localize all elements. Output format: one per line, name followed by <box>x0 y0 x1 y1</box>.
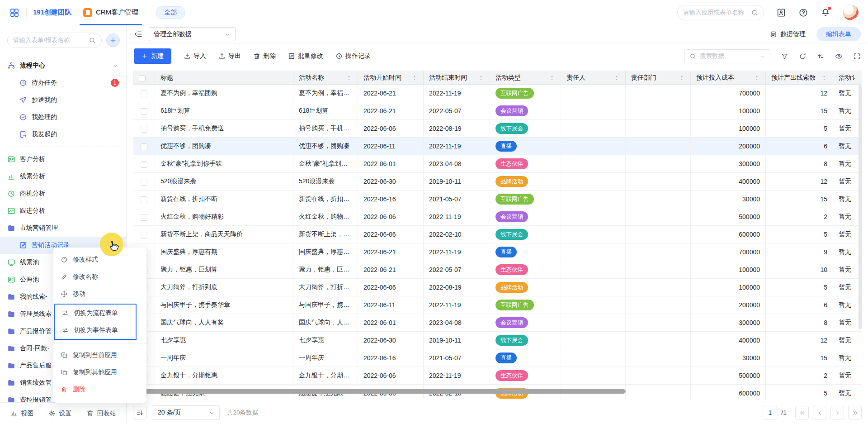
help-icon[interactable] <box>798 8 808 18</box>
table-row[interactable]: 618巨划算618巨划算2022-06-212022-05-07会议营销1000… <box>133 102 862 120</box>
column-header[interactable]: 责任部门 <box>626 71 691 85</box>
row-checkbox[interactable] <box>141 214 147 221</box>
sort-caret-icon[interactable] <box>821 75 827 81</box>
sort-caret-icon[interactable] <box>679 75 685 81</box>
sort-caret-icon[interactable] <box>549 75 555 81</box>
sidebar-item[interactable]: 跟进分析 <box>0 202 126 219</box>
table-row[interactable]: 七夕享惠七夕享惠2022-06-302019-10-11线下展会40000012… <box>133 332 862 349</box>
menu-item[interactable]: 复制到其他应用 <box>53 364 146 381</box>
column-header[interactable]: 活动名称 <box>293 71 358 85</box>
menu-item[interactable]: 删除 <box>53 381 146 398</box>
row-checkbox[interactable] <box>141 161 147 168</box>
table-row[interactable]: 火红金秋，购物好精彩火红金秋，购物好精彩2022-06-062022-11-19… <box>133 208 862 226</box>
table-row[interactable]: 一周年庆一周年庆2022-06-162021-05-07直播3000015暂无 <box>133 349 862 367</box>
collapse-sidebar-icon[interactable] <box>134 30 142 38</box>
apps-grid-icon[interactable] <box>9 7 20 18</box>
sidebar-item[interactable]: 商机分析 <box>0 185 126 202</box>
select-all-checkbox[interactable] <box>139 75 146 82</box>
row-checkbox[interactable] <box>141 143 147 150</box>
row-checkbox[interactable] <box>141 91 147 97</box>
data-manage-button[interactable]: 数据管理 <box>770 30 806 38</box>
menu-item[interactable]: 复制到当前应用 <box>53 347 146 364</box>
sidebar-item[interactable]: 抄送我的 <box>0 91 126 109</box>
page-size-select[interactable]: 20 条/页 <box>152 405 220 420</box>
table-row[interactable]: 聚力，钜惠，巨划算聚力，钜惠，巨划算2022-06-212022-05-07生态… <box>133 261 862 279</box>
notifications-bell-icon[interactable] <box>821 8 830 18</box>
row-checkbox[interactable] <box>141 179 147 186</box>
sidebar-item[interactable]: 线索分析 <box>0 168 126 185</box>
column-header[interactable]: 责任人 <box>561 71 626 85</box>
sidebar-footer-bars[interactable]: 视图 <box>10 410 33 418</box>
sort-caret-icon[interactable] <box>411 75 418 81</box>
vertical-scrollbar[interactable] <box>859 85 862 329</box>
table-row[interactable]: 抽号购买，手机免费送抽号购买，手机免费送2022-06-062022-08-19… <box>133 120 862 138</box>
menu-item[interactable]: 修改名称 <box>53 268 146 286</box>
sidebar-item[interactable]: 待办任务 1 <box>0 74 126 91</box>
table-row[interactable]: 金九银十，分期钜惠金九银十，分期钜惠2022-06-062022-11-19生态… <box>133 367 862 385</box>
table-search-input[interactable]: 搜索数据 <box>684 49 770 63</box>
current-page-input[interactable]: 1 <box>763 406 777 419</box>
sidebar-item[interactable]: 流程中心 <box>0 57 126 74</box>
row-checkbox[interactable] <box>141 196 147 203</box>
table-row[interactable]: 金秋"豪"礼拿到你手软金秋"豪"礼拿到你手软2022-06-012023-04-… <box>133 155 862 173</box>
table-row[interactable]: 新货在线，折扣不断新货在线，折扣不断2022-06-162021-05-07互联… <box>133 191 862 208</box>
menu-item[interactable]: 切换为流程表单 <box>55 305 136 322</box>
column-header[interactable]: 活动类型 <box>490 71 561 85</box>
sort-caret-icon[interactable] <box>754 75 760 81</box>
fullscreen-icon[interactable] <box>853 52 861 60</box>
team-name-link[interactable]: 191创建团队 <box>33 8 71 17</box>
last-page-button[interactable] <box>848 406 862 419</box>
add-form-button[interactable] <box>106 33 120 47</box>
column-header[interactable]: 活动开始时间 <box>358 71 424 85</box>
batch-edit-button[interactable]: 批量修改 <box>288 52 323 60</box>
data-scope-select[interactable]: 管理全部数据 <box>149 27 236 41</box>
table-row[interactable]: 优惠不够，团购凑优惠不够，团购凑2022-06-112022-11-19直播20… <box>133 138 862 155</box>
contacts-icon[interactable] <box>776 8 786 18</box>
menu-item[interactable]: 切换为事件表单 <box>55 322 136 339</box>
row-checkbox[interactable] <box>141 108 147 115</box>
first-page-button[interactable] <box>795 406 809 419</box>
sort-caret-icon[interactable] <box>613 75 620 81</box>
sort-caret-icon[interactable] <box>478 75 484 81</box>
table-row[interactable]: 大刀阔斧，打折到底大刀阔斧，打折到底2022-06-062022-08-19品牌… <box>133 279 862 296</box>
row-checkbox[interactable] <box>141 232 147 238</box>
global-search-input[interactable]: 请输入应用或表单名称 <box>677 5 764 20</box>
action-log-button[interactable]: 操作记录 <box>335 52 371 60</box>
export-button[interactable]: 导出 <box>218 52 241 60</box>
prev-page-button[interactable] <box>813 406 826 419</box>
filter-funnel-icon[interactable] <box>781 52 788 60</box>
refresh-icon[interactable] <box>799 52 807 60</box>
table-row[interactable]: 与国庆甲子，携手奏华章与国庆甲子，携手奏...2022-06-112022-11… <box>133 296 862 314</box>
form-search-input[interactable]: 请输入表单/报表名称 <box>7 33 102 48</box>
column-header[interactable]: 预计投入成本 <box>691 71 766 85</box>
table-row[interactable]: 520浪漫来袭520浪漫来袭2022-06-302019-10-11品牌活动40… <box>133 173 862 191</box>
sidebar-item[interactable]: 我发起的 <box>0 126 126 143</box>
menu-item[interactable]: 修改样式 <box>53 251 146 268</box>
table-row[interactable]: 夏不为例，幸福团购夏不为例，幸福团购2022-06-212022-11-19互联… <box>133 85 862 102</box>
new-record-button[interactable]: 新建 <box>134 48 171 64</box>
scope-badge[interactable]: 全部 <box>156 6 185 19</box>
row-checkbox[interactable] <box>141 126 147 133</box>
sidebar-footer-gear[interactable]: 设置 <box>48 410 71 418</box>
import-button[interactable]: 导入 <box>184 52 206 60</box>
sort-caret-icon[interactable] <box>346 75 352 81</box>
table-row[interactable]: 新货不断上架，商品天天降价新货不断上架，商品...2022-06-062022-… <box>133 226 862 243</box>
sort-icon[interactable] <box>817 52 825 60</box>
sidebar-item[interactable]: 客户分析 <box>0 151 126 168</box>
row-height-button[interactable] <box>133 406 146 419</box>
delete-button[interactable]: 删除 <box>253 52 276 60</box>
menu-item[interactable]: 移动 <box>53 286 146 303</box>
sidebar-footer-trash[interactable]: 回收站 <box>86 410 116 418</box>
horizontal-scrollbar[interactable] <box>133 389 626 394</box>
column-header[interactable]: 预计产出线索数 <box>766 71 833 85</box>
cell-start: 2022-06-16 <box>358 349 424 367</box>
sidebar-item[interactable]: 我处理的 <box>0 109 126 126</box>
column-visibility-eye-icon[interactable] <box>835 52 843 60</box>
tab-crm-app[interactable]: CRM客户管理 <box>80 0 142 25</box>
table-row[interactable]: 国庆气球向，人人有奖国庆气球向，人人有奖2022-06-012023-04-08… <box>133 314 862 332</box>
column-header[interactable]: 活动结束时间 <box>424 71 490 85</box>
table-row[interactable]: 国庆盛典，厚惠有期国庆盛典，厚惠有期2022-06-212022-11-19直播… <box>133 243 862 261</box>
edit-form-button[interactable]: 编辑表单 <box>816 27 861 41</box>
avatar[interactable] <box>843 5 859 21</box>
next-page-button[interactable] <box>830 406 844 419</box>
